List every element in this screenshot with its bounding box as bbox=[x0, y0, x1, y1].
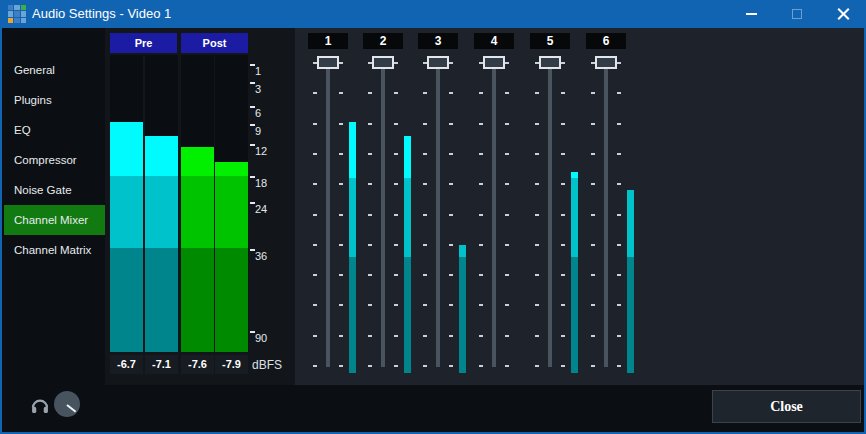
scale-tick-mark bbox=[250, 124, 255, 126]
fader-tick bbox=[449, 183, 453, 185]
fader-tick bbox=[617, 244, 621, 246]
close-button[interactable]: Close bbox=[712, 390, 861, 423]
app-icon-cell bbox=[14, 11, 19, 16]
sidebar-item-channel-mixer[interactable]: Channel Mixer bbox=[4, 205, 105, 235]
fader-tick bbox=[313, 365, 317, 367]
app-icon-cell bbox=[21, 18, 26, 23]
scale-tick-mark bbox=[250, 82, 255, 84]
fader-tick bbox=[617, 62, 621, 64]
fader-tick bbox=[368, 62, 372, 64]
fader-tick bbox=[561, 62, 565, 64]
fader-tick bbox=[339, 92, 343, 94]
pre-meter-header: Pre bbox=[110, 33, 177, 53]
fader-tick bbox=[505, 335, 509, 337]
fader-track-channel-2[interactable] bbox=[381, 60, 385, 367]
scale-tick-label: 3 bbox=[250, 82, 261, 95]
meter-value: -7.9 bbox=[215, 355, 248, 374]
channel-label-5: 5 bbox=[530, 33, 570, 49]
fader-tick bbox=[505, 304, 509, 306]
fader-tick bbox=[505, 62, 509, 64]
fader-tick bbox=[449, 365, 453, 367]
app-icon-cell bbox=[8, 11, 13, 16]
fader-tick bbox=[339, 335, 343, 337]
scale-tick-mark bbox=[250, 331, 255, 333]
fader-tick bbox=[561, 214, 565, 216]
maximize-button[interactable] bbox=[774, 0, 820, 28]
sidebar-item-channel-matrix[interactable]: Channel Matrix bbox=[4, 235, 105, 265]
fader-tick bbox=[368, 153, 372, 155]
fader-tick bbox=[479, 62, 483, 64]
channel-meter-6 bbox=[627, 190, 634, 373]
meter-value: -6.7 bbox=[110, 355, 143, 374]
fader-tick bbox=[561, 274, 565, 276]
fader-track-channel-6[interactable] bbox=[604, 60, 608, 367]
sidebar-item-compressor[interactable]: Compressor bbox=[4, 145, 105, 175]
scale-tick-label: 9 bbox=[250, 124, 261, 137]
scale-tick-label: 24 bbox=[250, 202, 267, 215]
fader-tick bbox=[423, 62, 427, 64]
fader-tick bbox=[479, 123, 483, 125]
fader-tick bbox=[394, 335, 398, 337]
fader-tick bbox=[479, 92, 483, 94]
fader-handle-channel-4[interactable] bbox=[483, 56, 505, 69]
channel-meter-2 bbox=[404, 136, 411, 373]
fader-tick bbox=[535, 62, 539, 64]
scale-tick-mark bbox=[250, 64, 255, 66]
fader-tick bbox=[561, 244, 565, 246]
fader-handle-channel-2[interactable] bbox=[372, 56, 394, 69]
fader-handle-channel-5[interactable] bbox=[539, 56, 561, 69]
monitor-volume-knob[interactable] bbox=[54, 391, 80, 417]
app-icon-cell bbox=[14, 5, 19, 10]
fader-tick bbox=[339, 304, 343, 306]
fader-tick bbox=[505, 153, 509, 155]
fader-tick bbox=[535, 183, 539, 185]
pre-meter-bar bbox=[110, 122, 143, 352]
sidebar-item-eq[interactable]: EQ bbox=[4, 115, 105, 145]
scale-tick-label: 18 bbox=[250, 176, 267, 189]
fader-tick bbox=[591, 214, 595, 216]
fader-track-channel-4[interactable] bbox=[492, 60, 496, 367]
fader-tick bbox=[591, 365, 595, 367]
fader-tick bbox=[449, 123, 453, 125]
fader-track-channel-3[interactable] bbox=[436, 60, 440, 367]
fader-tick bbox=[449, 304, 453, 306]
fader-tick bbox=[368, 244, 372, 246]
fader-tick bbox=[449, 244, 453, 246]
fader-tick bbox=[591, 244, 595, 246]
close-icon bbox=[837, 8, 850, 21]
fader-tick bbox=[561, 365, 565, 367]
fader-tick bbox=[394, 123, 398, 125]
headphones-icon bbox=[30, 396, 50, 416]
fader-track-channel-1[interactable] bbox=[326, 60, 330, 367]
fader-tick bbox=[394, 304, 398, 306]
scale-tick-label: 12 bbox=[250, 144, 267, 157]
fader-tick bbox=[617, 365, 621, 367]
fader-tick bbox=[313, 123, 317, 125]
sidebar-item-general[interactable]: General bbox=[4, 55, 105, 85]
fader-tick bbox=[339, 365, 343, 367]
fader-tick bbox=[479, 214, 483, 216]
minimize-icon bbox=[746, 13, 757, 15]
fader-tick bbox=[479, 335, 483, 337]
sidebar-item-plugins[interactable]: Plugins bbox=[4, 85, 105, 115]
fader-tick bbox=[505, 123, 509, 125]
sidebar-item-noise-gate[interactable]: Noise Gate bbox=[4, 175, 105, 205]
fader-handle-channel-1[interactable] bbox=[317, 56, 339, 69]
fader-handle-channel-6[interactable] bbox=[595, 56, 617, 69]
scale-tick-mark bbox=[250, 249, 255, 251]
channel-label-2: 2 bbox=[363, 33, 403, 49]
fader-tick bbox=[423, 183, 427, 185]
maximize-icon bbox=[792, 9, 802, 19]
scale-tick-label: 1 bbox=[250, 64, 261, 77]
fader-tick bbox=[313, 183, 317, 185]
fader-track-channel-5[interactable] bbox=[548, 60, 552, 367]
minimize-button[interactable] bbox=[728, 0, 774, 28]
fader-tick bbox=[313, 335, 317, 337]
fader-tick bbox=[423, 244, 427, 246]
fader-handle-channel-3[interactable] bbox=[427, 56, 449, 69]
fader-tick bbox=[479, 304, 483, 306]
close-window-button[interactable] bbox=[820, 0, 866, 28]
channel-meter-3 bbox=[459, 245, 466, 373]
post-meter-header: Post bbox=[181, 33, 248, 53]
fader-tick bbox=[561, 92, 565, 94]
